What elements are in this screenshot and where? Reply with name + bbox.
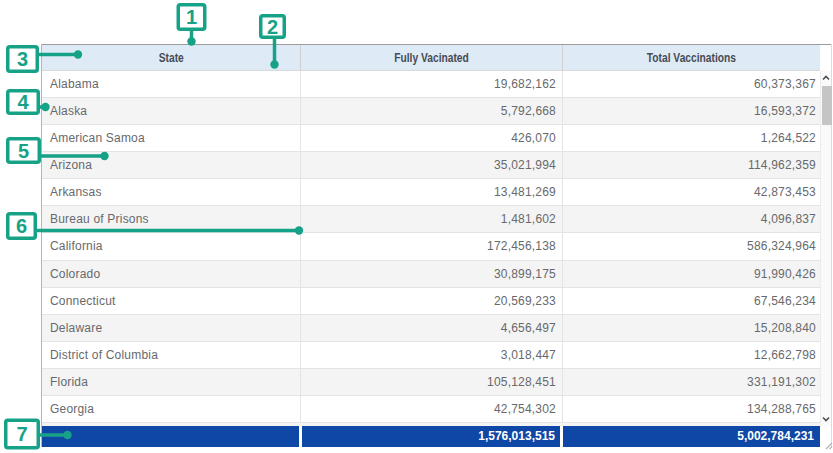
svg-text:6: 6 <box>16 215 27 237</box>
svg-text:1: 1 <box>186 6 197 28</box>
svg-text:3: 3 <box>17 48 28 70</box>
svg-text:7: 7 <box>16 423 27 445</box>
svg-text:4: 4 <box>17 91 29 113</box>
svg-text:5: 5 <box>18 140 29 162</box>
svg-text:2: 2 <box>267 16 278 38</box>
